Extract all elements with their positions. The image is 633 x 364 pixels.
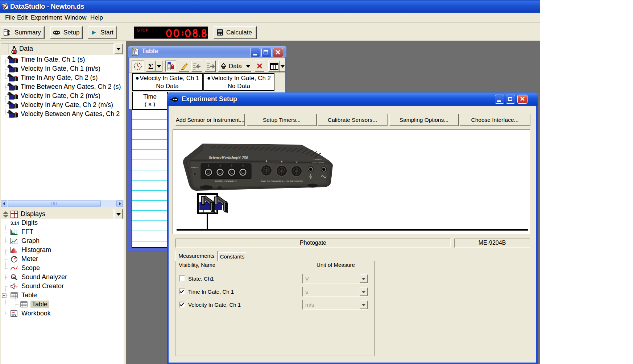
svg-text:ANALOG CHANNELS (±10V MAX INPU: ANALOG CHANNELS (±10V MAX INPUT): [261, 180, 302, 182]
svg-text:4: 4: [242, 164, 244, 167]
svg-text:DIGITAL CHANNELS: DIGITAL CHANNELS: [215, 180, 236, 182]
svg-text:B: B: [281, 160, 282, 163]
svg-text:ScienceWorkshop® 750: ScienceWorkshop® 750: [209, 155, 248, 160]
svg-text:POWER: POWER: [191, 166, 198, 169]
svg-text:3.14: 3.14: [11, 221, 19, 226]
svg-text:1: 1: [208, 164, 209, 167]
svg-text:A: A: [265, 160, 267, 162]
svg-text:2: 2: [219, 164, 221, 167]
svg-text:3: 3: [231, 164, 232, 167]
svg-text:OUTPUT: OUTPUT: [314, 158, 323, 161]
svg-text:(±5V / 300mA): (±5V / 300mA): [312, 161, 324, 164]
svg-text:C: C: [295, 161, 297, 163]
